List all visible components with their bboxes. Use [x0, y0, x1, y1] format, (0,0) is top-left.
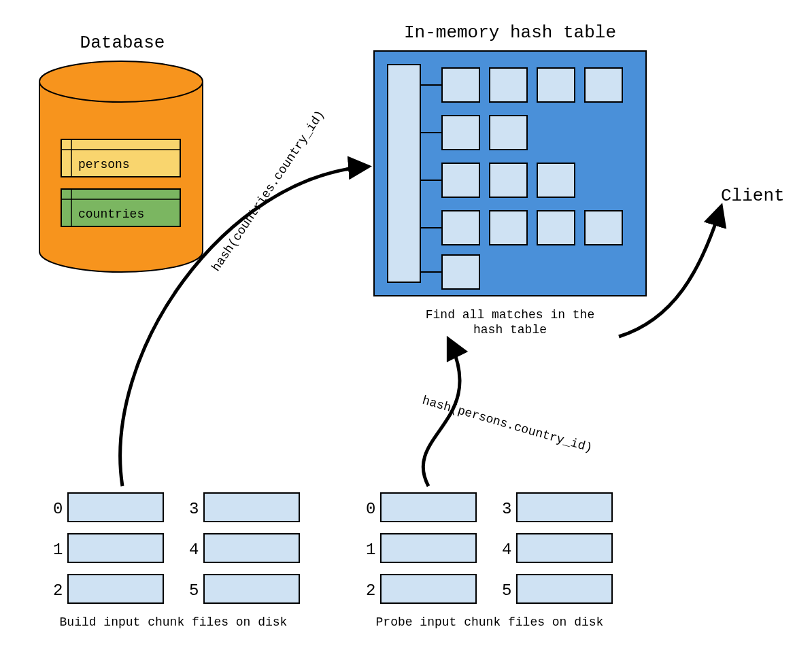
svg-rect-39 — [517, 575, 612, 603]
svg-rect-28 — [68, 493, 163, 522]
find-matches-line2: hash table — [473, 323, 547, 337]
client-label: Client — [721, 186, 785, 206]
svg-rect-18 — [442, 163, 479, 197]
hash-join-diagram: Database persons countries In-memory has… — [0, 0, 812, 646]
chunk-label: 3 — [189, 500, 199, 518]
svg-rect-27 — [442, 255, 479, 289]
svg-rect-31 — [204, 493, 299, 522]
svg-rect-13 — [585, 68, 622, 102]
svg-rect-24 — [537, 211, 575, 245]
svg-rect-35 — [381, 534, 476, 562]
probe-hash-label: hash(persons.country_id) — [421, 394, 594, 456]
svg-rect-12 — [537, 68, 575, 102]
svg-rect-8 — [388, 65, 420, 282]
chunk-label: 0 — [53, 500, 63, 518]
svg-rect-38 — [517, 534, 612, 562]
svg-rect-36 — [381, 575, 476, 603]
chunk-label: 5 — [189, 581, 199, 600]
chunk-label: 1 — [366, 541, 375, 559]
chunk-label: 2 — [53, 581, 63, 600]
chunk-label: 4 — [189, 541, 199, 559]
probe-caption: Probe input chunk files on disk — [376, 615, 604, 629]
svg-rect-11 — [490, 68, 527, 102]
chunk-label: 1 — [53, 541, 63, 559]
persons-table-block: persons — [61, 139, 180, 177]
chunk-label: 0 — [366, 500, 375, 518]
chunk-label: 3 — [502, 500, 511, 518]
countries-label: countries — [78, 207, 144, 221]
svg-rect-32 — [204, 534, 299, 562]
hash-table — [374, 51, 646, 296]
persons-label: persons — [78, 158, 130, 171]
svg-rect-15 — [442, 116, 479, 150]
chunk-label: 5 — [502, 581, 511, 600]
svg-rect-22 — [442, 211, 479, 245]
svg-rect-19 — [490, 163, 527, 197]
svg-rect-10 — [442, 68, 479, 102]
build-caption: Build input chunk files on disk — [60, 615, 288, 629]
probe-chunks: 0 1 2 3 4 5 — [366, 493, 612, 603]
svg-rect-25 — [585, 211, 622, 245]
svg-rect-37 — [517, 493, 612, 522]
chunk-label: 4 — [502, 541, 511, 559]
svg-rect-33 — [204, 575, 299, 603]
svg-point-0 — [39, 61, 203, 102]
find-matches-line1: Find all matches in the — [426, 308, 594, 322]
svg-rect-20 — [537, 163, 575, 197]
countries-table-block: countries — [61, 189, 180, 226]
svg-rect-34 — [381, 493, 476, 522]
hash-table-title: In-memory hash table — [404, 22, 616, 43]
svg-rect-29 — [68, 534, 163, 562]
svg-rect-16 — [490, 116, 527, 150]
database-cylinder: persons countries — [39, 61, 203, 272]
chunk-label: 2 — [366, 581, 375, 600]
svg-rect-23 — [490, 211, 527, 245]
build-chunks: 0 1 2 3 4 5 — [53, 493, 299, 603]
build-hash-label: hash(countries.country_id) — [209, 108, 328, 274]
database-title: Database — [80, 33, 165, 53]
svg-rect-30 — [68, 575, 163, 603]
